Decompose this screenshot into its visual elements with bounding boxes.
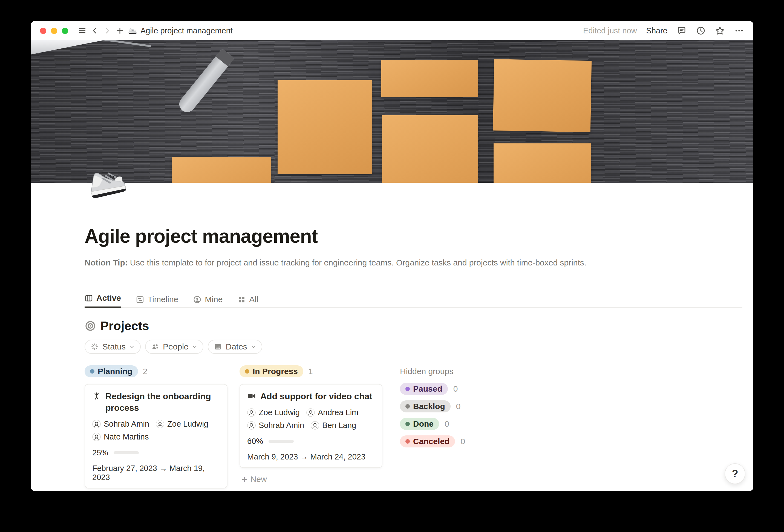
card-date-range: February 27, 2023 → March 19, 2023	[92, 464, 220, 482]
notion-tip-label: Notion Tip:	[85, 258, 128, 267]
status-pill-canceled: Canceled	[400, 436, 455, 447]
edited-status: Edited just now	[583, 26, 637, 35]
person-name: Sohrab Amin	[104, 420, 149, 428]
titlebar: Agile project management Edited just now…	[31, 21, 753, 40]
tab-active[interactable]: Active	[85, 293, 121, 308]
nav-back-button[interactable]	[88, 24, 101, 37]
chevron-down-icon	[251, 344, 256, 349]
status-dot	[90, 369, 94, 373]
status-pill-done: Done	[400, 418, 439, 430]
status-pill-label: Planning	[98, 367, 133, 376]
status-pill-backlog: Backlog	[400, 400, 451, 412]
chevron-down-icon	[129, 344, 135, 349]
updates-clock-button[interactable]	[696, 26, 706, 35]
hidden-group-canceled[interactable]: Canceled 0	[400, 436, 490, 447]
new-card-button[interactable]: + New	[240, 475, 383, 484]
kanban-board: Planning 2 Redesign the onboarding proce…	[85, 365, 743, 491]
page-content: Agile project management Notion Tip:Use …	[31, 183, 753, 491]
person-name: Ben Lang	[322, 421, 356, 430]
tab-timeline[interactable]: Timeline	[136, 295, 178, 308]
new-page-button[interactable]	[114, 24, 126, 37]
calendar-icon	[214, 343, 222, 351]
person-chip: Ben Lang	[311, 421, 356, 430]
project-card-video-chat[interactable]: Add support for video chat Zoe Ludwig An…	[240, 384, 383, 468]
comments-button[interactable]	[677, 26, 687, 35]
filter-dates[interactable]: Dates	[208, 340, 262, 354]
zoom-button[interactable]	[62, 28, 68, 34]
avatar	[247, 421, 256, 430]
nav-forward-button[interactable]	[101, 24, 114, 37]
help-button[interactable]: ?	[725, 463, 746, 484]
progress-percent: 25%	[92, 448, 108, 457]
plus-icon: +	[242, 475, 247, 484]
tab-all[interactable]: All	[237, 295, 258, 308]
status-pill-label: Paused	[413, 384, 442, 394]
status-pill-planning: Planning	[85, 365, 138, 377]
group-count: 0	[445, 419, 449, 428]
hidden-group-backlog[interactable]: Backlog 0	[400, 400, 490, 412]
card-people: Sohrab Amin Zoe Ludwig Nate Martins	[92, 420, 220, 441]
minimize-button[interactable]	[51, 28, 57, 34]
sneaker-icon	[81, 153, 132, 208]
status-dot	[405, 422, 410, 426]
projects-section-head: Projects	[85, 319, 743, 333]
sticky-note	[172, 157, 271, 183]
column-in-progress: In Progress 1 Add support for video chat	[240, 365, 383, 484]
sticky-note	[493, 59, 592, 132]
person-name: Nate Martins	[104, 432, 149, 441]
tab-label: Timeline	[147, 295, 178, 304]
project-card-redesign-onboarding[interactable]: Redesign the onboarding process Sohrab A…	[85, 384, 227, 488]
grid-view-icon	[237, 295, 246, 304]
tab-mine[interactable]: Mine	[193, 295, 223, 308]
page-title[interactable]: Agile project management	[85, 225, 743, 247]
favorite-star-button[interactable]	[715, 26, 725, 35]
person-chip: Zoe Ludwig	[156, 420, 208, 428]
status-pill-label: In Progress	[253, 367, 298, 376]
avatar	[247, 408, 256, 417]
card-date-range: March 9, 2023 → March 24, 2023	[247, 452, 375, 461]
chevron-left-icon	[91, 27, 99, 34]
filter-label: Dates	[226, 342, 247, 352]
more-options-button[interactable]	[734, 26, 744, 35]
new-card-label: New	[250, 475, 267, 484]
notion-tip-text: Use this template to for project and iss…	[130, 258, 586, 267]
column-header[interactable]: Planning 2	[85, 365, 227, 377]
card-title: Add support for video chat	[260, 391, 372, 402]
sticky-note	[382, 115, 478, 183]
group-count: 0	[456, 402, 461, 411]
cover-paper-corner	[31, 40, 104, 54]
hidden-group-paused[interactable]: Paused 0	[400, 383, 490, 395]
person-chip: Zoe Ludwig	[247, 408, 300, 417]
filter-label: People	[163, 342, 188, 352]
person-view-icon	[193, 295, 201, 304]
people-icon	[151, 343, 159, 351]
person-name: Zoe Ludwig	[259, 408, 300, 417]
bullseye-icon	[85, 320, 96, 332]
pen-marker	[176, 49, 234, 115]
hidden-group-done[interactable]: Done 0	[400, 418, 490, 430]
status-pill-label: Canceled	[413, 437, 449, 446]
tab-label: Active	[96, 293, 121, 303]
column-header[interactable]: In Progress 1	[240, 365, 383, 377]
column-planning: Planning 2 Redesign the onboarding proce…	[85, 365, 227, 491]
person-name: Andrea Lim	[318, 408, 358, 417]
breadcrumb-page-title[interactable]: Agile project management	[140, 26, 233, 35]
progress-bar	[269, 440, 294, 443]
status-dot	[405, 404, 410, 409]
person-chip: Andrea Lim	[306, 408, 358, 417]
close-button[interactable]	[40, 28, 46, 34]
page-icon-sneaker[interactable]	[86, 158, 127, 204]
avatar	[306, 408, 315, 417]
notion-window: Agile project management Edited just now…	[31, 21, 753, 491]
sidebar-menu-button[interactable]	[76, 24, 88, 37]
page-breadcrumb-sneaker-icon	[128, 26, 137, 35]
filter-status[interactable]: Status	[85, 340, 141, 354]
card-people: Zoe Ludwig Andrea Lim Sohrab Amin B	[247, 408, 375, 430]
video-camera-icon	[247, 392, 256, 400]
projects-title: Projects	[101, 319, 149, 333]
star-icon	[715, 26, 725, 35]
share-button[interactable]: Share	[646, 26, 667, 35]
filter-people[interactable]: People	[145, 340, 203, 354]
chevron-down-icon	[192, 344, 197, 349]
person-chip: Nate Martins	[92, 432, 149, 441]
